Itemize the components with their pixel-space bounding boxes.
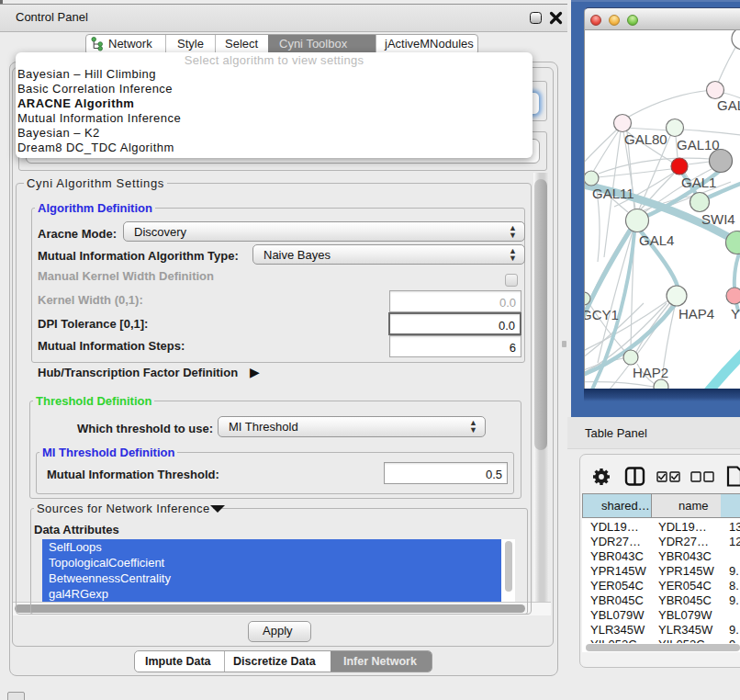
svg-text:SWI4: SWI4 (701, 211, 735, 227)
svg-text:Y: Y (731, 306, 740, 322)
svg-text:GAL80: GAL80 (624, 131, 667, 147)
svg-text:HAP2: HAP2 (633, 365, 668, 380)
svg-text:GAL1: GAL1 (681, 175, 716, 190)
svg-text:GCY1: GCY1 (584, 307, 619, 322)
svg-text:HAP4: HAP4 (678, 306, 714, 322)
svg-text:GAL10: GAL10 (677, 137, 720, 152)
svg-text:GAL11: GAL11 (592, 186, 634, 201)
svg-text:GAL: GAL (717, 97, 740, 113)
svg-text:GAL4: GAL4 (639, 232, 674, 248)
